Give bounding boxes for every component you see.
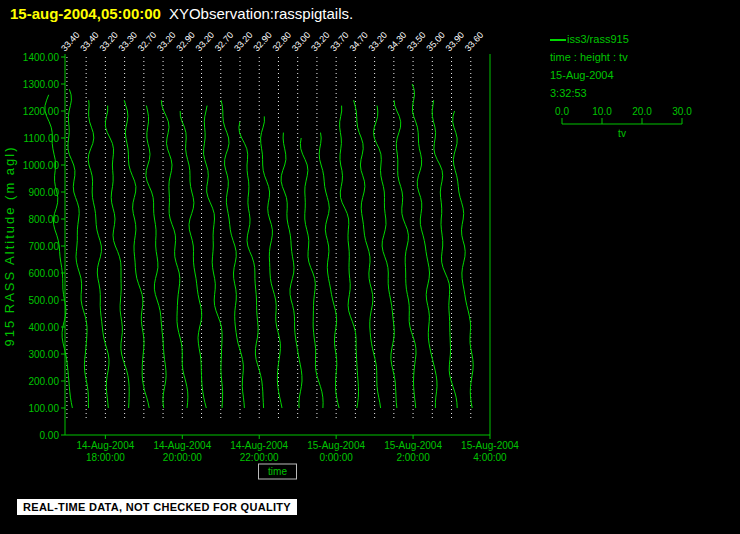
tv-tick-label: 30.0 (672, 106, 692, 117)
x-tick-date: 14-Aug-2004 (230, 440, 288, 451)
tv-tick-label: 0.0 (555, 106, 569, 117)
rass-profile-trace (412, 84, 437, 408)
profile-top-label: 32.90 (174, 30, 197, 53)
rass-profile-trace (239, 122, 264, 408)
profile-top-label: 33.30 (117, 30, 140, 53)
y-tick-label: 300.00 (28, 349, 59, 360)
profile-top-label: 33.20 (232, 30, 255, 53)
y-tick-label: 200.00 (28, 376, 59, 387)
x-tick-date: 15-Aug-2004 (461, 440, 519, 451)
y-axis-title: 915 RASS Altitude (m agl) (2, 145, 17, 346)
profile-top-label: 33.60 (463, 30, 486, 53)
x-tick-time: 4:00:00 (473, 452, 507, 463)
profile-top-label: 34.70 (347, 30, 370, 53)
legend-series-label: iss3/rass915 (567, 33, 629, 45)
rass-profile-trace (354, 100, 381, 408)
legend-series-row: iss3/rass915 (550, 30, 700, 48)
x-axis-title[interactable]: time (268, 466, 287, 477)
series-line-icon (550, 39, 566, 41)
app-window: 33.4033.4033.2033.3032.7033.2032.9033.20… (0, 0, 740, 534)
profile-top-label: 33.20 (97, 30, 120, 53)
profile-top-label: 33.70 (328, 30, 351, 53)
x-tick-time: 22:00:00 (240, 452, 279, 463)
x-tick-time: 0:00:00 (319, 452, 353, 463)
legend-clock: 3:32:53 (550, 84, 700, 102)
legend-relation-label: time : height : tv (550, 48, 700, 66)
y-tick-label: 100.00 (28, 403, 59, 414)
x-tick-time: 20:00:00 (163, 452, 202, 463)
y-tick-label: 1300.00 (23, 79, 60, 90)
y-tick-label: 700.00 (28, 241, 59, 252)
profile-top-label: 32.70 (136, 30, 159, 53)
rass-profile-trace (124, 100, 149, 408)
x-tick-date: 14-Aug-2004 (153, 440, 211, 451)
rass-profile-trace (146, 106, 166, 408)
header-timestamp: 15-aug-2004,05:00:00 (10, 5, 161, 22)
rass-profile-trace (432, 100, 457, 408)
tv-axis: 0.010.020.030.0tv (550, 105, 700, 141)
profile-top-label: 33.20 (155, 30, 178, 53)
page-title: XYObservation:rasspigtails. (169, 5, 353, 22)
header: 15-aug-2004,05:00:00XYObservation:rasspi… (10, 5, 353, 22)
tv-axis-title: tv (618, 128, 626, 139)
rass-profile-trace (261, 116, 282, 408)
profile-top-label: 33.00 (290, 30, 313, 53)
rass-profile-trace (68, 89, 89, 408)
rass-profile-trace (300, 138, 323, 408)
profile-gridlines: 33.4033.4033.2033.3032.7033.2032.9033.20… (59, 30, 485, 420)
rass-profile-trace (281, 133, 302, 408)
y-tick-label: 1000.00 (23, 160, 60, 171)
x-tick-time: 2:00:00 (396, 452, 430, 463)
y-tick-label: 600.00 (28, 268, 59, 279)
profile-top-label: 33.20 (194, 30, 217, 53)
rass-profile-trace (204, 106, 223, 408)
profile-top-label: 32.70 (213, 30, 236, 53)
x-tick-time: 18:00:00 (86, 452, 125, 463)
y-tick-label: 1400.00 (23, 52, 60, 63)
profile-top-label: 32.80 (271, 30, 294, 53)
rass-profile-trace (374, 106, 397, 408)
profile-top-label: 33.40 (59, 30, 82, 53)
rass-profile-trace (453, 111, 474, 408)
x-tick-date: 15-Aug-2004 (307, 440, 365, 451)
y-tick-label: 1200.00 (23, 106, 60, 117)
profile-top-label: 33.20 (367, 30, 390, 53)
tv-tick-label: 10.0 (592, 106, 612, 117)
y-tick-label: 400.00 (28, 322, 59, 333)
profile-top-label: 34.30 (386, 30, 409, 53)
legend-date: 15-Aug-2004 (550, 66, 700, 84)
y-tick-label: 1100.00 (24, 133, 60, 144)
x-tick-date: 15-Aug-2004 (384, 440, 442, 451)
axes: 0.00100.00200.00300.00400.00500.00600.00… (2, 52, 519, 480)
y-tick-label: 800.00 (28, 214, 59, 225)
rass-profile-trace (180, 111, 206, 408)
rass-profile-trace (221, 100, 244, 408)
rass-profile-trace (340, 106, 359, 408)
legend-panel: iss3/rass915 time : height : tv 15-Aug-2… (550, 30, 700, 141)
y-tick-label: 0.00 (40, 430, 60, 441)
profile-top-label: 33.20 (309, 30, 332, 53)
y-tick-label: 900.00 (28, 187, 59, 198)
disclaimer-banner: REAL-TIME DATA, NOT CHECKED FOR QUALITY (17, 499, 297, 515)
profile-top-label: 35.00 (424, 30, 447, 53)
profile-top-label: 33.90 (444, 30, 467, 53)
profile-top-label: 32.90 (251, 30, 274, 53)
profile-top-label: 33.40 (78, 30, 101, 53)
x-tick-date: 14-Aug-2004 (76, 440, 134, 451)
tv-tick-label: 20.0 (632, 106, 652, 117)
y-tick-label: 500.00 (28, 295, 59, 306)
profile-top-label: 33.50 (405, 30, 428, 53)
